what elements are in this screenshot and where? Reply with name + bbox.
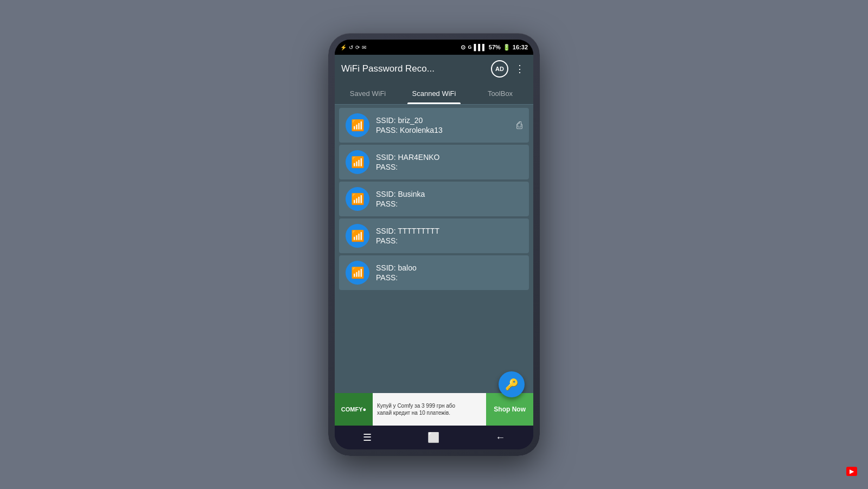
wifi-info-4: SSID: baloo PASS: — [376, 263, 522, 282]
refresh-icon: ⟳ — [355, 44, 360, 50]
wifi-item-4[interactable]: 📶 SSID: baloo PASS: — [339, 255, 529, 290]
wifi-signal-1: 📶 — [351, 156, 365, 169]
wifi-signal-0: 📶 — [351, 119, 365, 132]
ad-image: COMFY● — [335, 393, 373, 426]
wifi-pass-2: PASS: — [376, 200, 522, 208]
wifi-info-1: SSID: HAR4ENKO PASS: — [376, 153, 522, 171]
wifi-pass-4: PASS: — [376, 273, 522, 282]
wifi-ssid-1: SSID: HAR4ENKO — [376, 153, 522, 162]
wifi-item-0[interactable]: 📶 SSID: briz_20 PASS: Korolenka13 ⎙ — [339, 108, 529, 143]
phone-screen: ⚡ ↺ ⟳ ✉ ⊙ G ▌▌▌ 57% 🔋 16:32 WiFi Passwor… — [335, 40, 533, 449]
wifi-pass-3: PASS: — [376, 236, 522, 245]
wifi-status-icon: ⊙ — [461, 44, 465, 51]
wifi-item-3[interactable]: 📶 SSID: TTTTTTTTT PASS: — [339, 218, 529, 253]
wifi-ssid-3: SSID: TTTTTTTTT — [376, 227, 522, 235]
wifi-item-1[interactable]: 📶 SSID: HAR4ENKO PASS: — [339, 145, 529, 179]
usb-icon: ⚡ — [340, 44, 347, 50]
ad-label: AD — [495, 66, 504, 72]
app-title: WiFi Password Reco... — [341, 63, 487, 74]
signal-g-icon: G — [468, 44, 471, 50]
wifi-info-0: SSID: briz_20 PASS: Korolenka13 — [376, 116, 510, 134]
app-bar: WiFi Password Reco... AD ⋮ — [335, 55, 533, 83]
tab-scanned-wifi[interactable]: Scanned WiFi — [401, 83, 467, 104]
status-right: ⊙ G ▌▌▌ 57% 🔋 16:32 — [461, 44, 528, 51]
wifi-icon-1: 📶 — [346, 150, 369, 174]
ad-text-line1: Купуй у Comfy за 3 999 грн або — [377, 402, 482, 409]
wifi-ssid-2: SSID: Businka — [376, 190, 522, 198]
status-bar: ⚡ ↺ ⟳ ✉ ⊙ G ▌▌▌ 57% 🔋 16:32 — [335, 40, 533, 55]
ad-shop-button[interactable]: Shop Now — [486, 393, 533, 426]
tab-toolbox[interactable]: ToolBox — [467, 83, 533, 104]
battery-label: 57% — [489, 44, 501, 50]
content-area: 📶 SSID: briz_20 PASS: Korolenka13 ⎙ 📶 SS… — [335, 105, 533, 426]
wifi-ssid-4: SSID: baloo — [376, 263, 522, 272]
tabs-bar: Saved WiFi Scanned WiFi ToolBox — [335, 83, 533, 105]
wifi-pass-1: PASS: — [376, 163, 522, 171]
ad-banner: COMFY● Купуй у Comfy за 3 999 грн або ха… — [335, 393, 533, 426]
wifi-pass-0: PASS: Korolenka13 — [376, 126, 510, 134]
battery-icon: 🔋 — [503, 44, 510, 51]
ad-badge[interactable]: AD — [491, 60, 508, 78]
wifi-icon-0: 📶 — [346, 113, 369, 137]
wifi-info-2: SSID: Businka PASS: — [376, 190, 522, 208]
youtube-watermark: ▶ — [846, 467, 857, 476]
ad-text-area: Купуй у Comfy за 3 999 грн або хапай кре… — [373, 400, 486, 419]
wifi-list: 📶 SSID: briz_20 PASS: Korolenka13 ⎙ 📶 SS… — [335, 105, 533, 393]
nav-menu-button[interactable]: ☰ — [359, 427, 376, 448]
key-icon: 🔑 — [505, 378, 519, 391]
signal-bars-icon: ▌▌▌ — [474, 44, 486, 50]
nav-bar: ☰ ⬜ ← — [335, 426, 533, 449]
nav-home-button[interactable]: ⬜ — [423, 427, 444, 448]
sync-icon: ↺ — [349, 44, 353, 50]
more-options-icon[interactable]: ⋮ — [513, 61, 527, 77]
tab-saved-wifi[interactable]: Saved WiFi — [335, 83, 401, 104]
wifi-icon-4: 📶 — [346, 261, 369, 285]
wifi-item-2[interactable]: 📶 SSID: Businka PASS: — [339, 182, 529, 216]
wifi-ssid-0: SSID: briz_20 — [376, 116, 510, 125]
ad-logo: COMFY● — [341, 406, 366, 413]
wifi-signal-2: 📶 — [351, 192, 365, 205]
share-icon-0[interactable]: ⎙ — [516, 120, 522, 131]
time-label: 16:32 — [513, 44, 528, 50]
nav-back-button[interactable]: ← — [491, 428, 509, 448]
status-left: ⚡ ↺ ⟳ ✉ — [340, 44, 366, 50]
phone-frame: ⚡ ↺ ⟳ ✉ ⊙ G ▌▌▌ 57% 🔋 16:32 WiFi Passwor… — [328, 33, 540, 456]
fab-key-button[interactable]: 🔑 — [499, 371, 525, 397]
ad-text-line2: хапай кредит на 10 платежів. — [377, 409, 482, 416]
message-icon: ✉ — [362, 44, 366, 50]
wifi-signal-3: 📶 — [351, 229, 365, 242]
wifi-info-3: SSID: TTTTTTTTT PASS: — [376, 227, 522, 245]
wifi-signal-4: 📶 — [351, 266, 365, 279]
wifi-icon-2: 📶 — [346, 187, 369, 211]
wifi-icon-3: 📶 — [346, 224, 369, 248]
